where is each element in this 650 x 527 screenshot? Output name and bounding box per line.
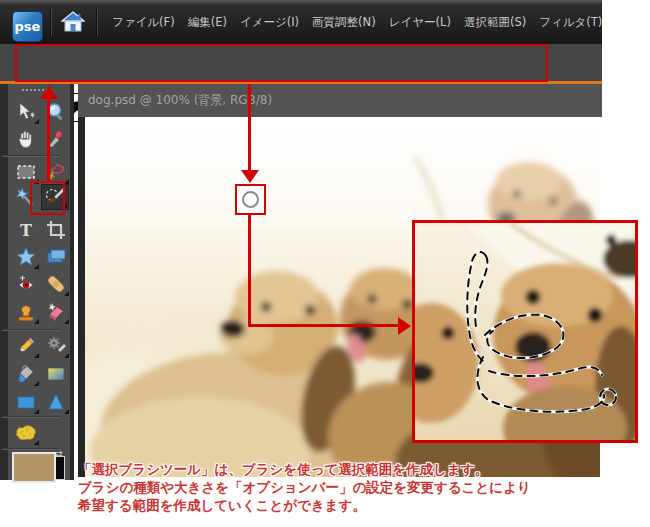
move-tool[interactable] [12, 99, 40, 125]
annotation-line [248, 84, 251, 172]
document-title: dog.psd @ 100% (背景, RGB/8) [88, 92, 272, 109]
home-icon [61, 11, 85, 37]
menubar-divider [50, 8, 52, 36]
healing-brush-tool[interactable] [42, 271, 70, 297]
hand-tool[interactable] [12, 126, 40, 152]
home-button[interactable] [58, 10, 88, 38]
document-title-bar[interactable]: dog.psd @ 100% (背景, RGB/8) [78, 84, 602, 117]
menu-file[interactable]: ファイル(F) [112, 15, 175, 30]
menu-enhance[interactable]: 画質調整(N) [312, 15, 376, 30]
annotation-line [248, 324, 400, 327]
sponge-tool[interactable] [12, 420, 40, 446]
menu-layer[interactable]: レイヤー(L) [389, 15, 451, 30]
eraser-tool[interactable] [42, 299, 70, 325]
swap-colors-icon[interactable]: ⇄ [55, 449, 63, 459]
toolbox-divider [2, 416, 60, 418]
annotation-line [47, 97, 50, 183]
toolbox-divider [2, 448, 60, 450]
caption-line-3: 希望する範囲を作成していくことができます。 [78, 496, 623, 514]
annotation-arrow-down [241, 170, 259, 183]
annotation-arrow-right [398, 317, 411, 335]
smart-brush-tool[interactable] [42, 333, 70, 359]
brush-cursor-icon [242, 191, 259, 208]
cookie-cutter-tool[interactable] [12, 244, 40, 270]
shape-tool[interactable] [12, 389, 40, 415]
gradient-tool[interactable] [42, 361, 70, 387]
sharpen-tool[interactable] [42, 389, 70, 415]
caption-line-1: 「選択ブラシツール」は、ブラシを使って選択範囲を作成します。 [78, 460, 623, 478]
caption-text: 「選択ブラシツール」は、ブラシを使って選択範囲を作成します。 ブラシの種類や大き… [78, 460, 623, 514]
clone-stamp-tool[interactable] [12, 299, 40, 325]
menu-edit[interactable]: 編集(E) [188, 15, 227, 30]
brush-cursor-box [235, 184, 266, 215]
options-highlight-box [15, 44, 548, 82]
pencil-tool[interactable] [12, 333, 40, 359]
annotation-line [248, 215, 251, 327]
window-edge [0, 84, 8, 480]
crop-tool[interactable] [42, 217, 70, 243]
caption-line-2: ブラシの種類や大きさを「オプションバー」の設定を変更することにより [78, 478, 623, 496]
type-tool[interactable]: T [12, 217, 40, 243]
menu-filter[interactable]: フィルタ(T) [539, 15, 602, 30]
toolbox-divider [2, 329, 60, 331]
paint-bucket-tool[interactable] [12, 361, 40, 387]
foreground-color-swatch[interactable] [12, 452, 56, 483]
menu-item-list: ファイル(F) 編集(E) イメージ(I) 画質調整(N) レイヤー(L) 選択… [112, 0, 602, 44]
menu-select[interactable]: 選択範囲(S) [464, 15, 526, 30]
straighten-tool[interactable] [42, 244, 70, 270]
type-tool-glyph: T [20, 221, 32, 240]
menu-bar: pse ファイル(F) 編集(E) イメージ(I) 画質調整(N) レイヤー(L… [0, 0, 602, 44]
toolbox-divider [2, 155, 60, 157]
tool-highlight-box [30, 181, 65, 215]
menu-image[interactable]: イメージ(I) [240, 15, 299, 30]
document-window-border [78, 117, 85, 477]
menubar-divider [96, 8, 98, 36]
red-eye-tool[interactable] [12, 271, 40, 297]
pse-logo[interactable]: pse [12, 11, 43, 42]
zoom-inset [412, 220, 638, 443]
